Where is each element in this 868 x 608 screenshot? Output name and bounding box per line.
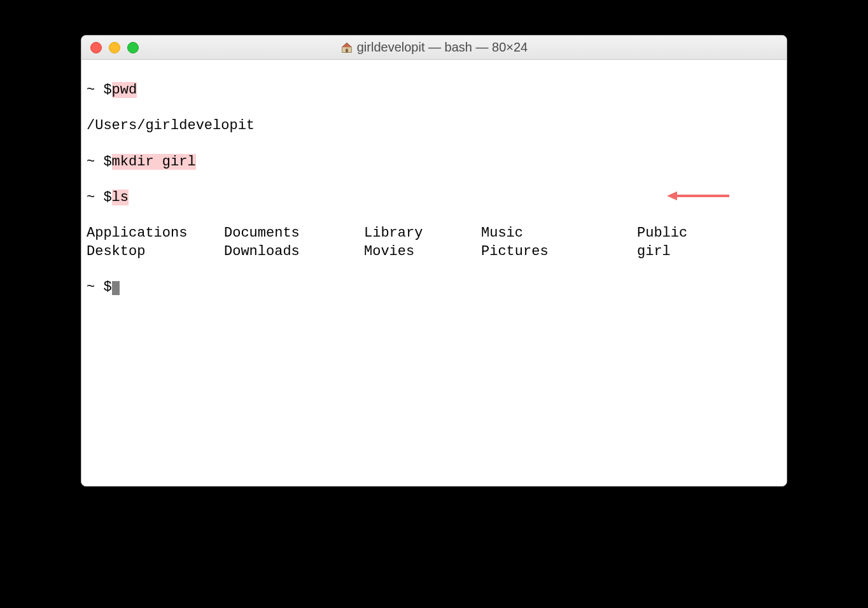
terminal-body[interactable]: ~ $pwd /Users/girldevelopit ~ $mkdir gir… [81, 60, 787, 486]
minimize-button[interactable] [109, 42, 120, 53]
close-button[interactable] [90, 42, 102, 53]
prompt: ~ $ [87, 279, 112, 295]
ls-item: Pictures [481, 243, 637, 261]
cursor [112, 281, 120, 295]
ls-item-highlighted: girl [637, 243, 781, 261]
window-title-text: girldevelopit — bash — 80×24 [357, 40, 528, 55]
prompt: ~ $ [87, 82, 112, 98]
command-ls: ls [112, 190, 129, 205]
terminal-line: ~ $ [87, 279, 781, 296]
titlebar[interactable]: girldevelopit — bash — 80×24 [81, 36, 787, 60]
ls-item: Downloads [224, 243, 364, 261]
command-mkdir: mkdir girl [112, 154, 196, 170]
ls-item: Applications [87, 225, 224, 242]
command-pwd: pwd [112, 82, 137, 98]
terminal-output: /Users/girldevelopit [87, 117, 781, 135]
ls-item: Movies [364, 243, 481, 261]
arrow-annotation-icon [667, 155, 729, 238]
terminal-line: ~ $pwd [87, 81, 781, 99]
ls-item: Documents [224, 225, 364, 242]
svg-rect-0 [346, 48, 347, 52]
prompt: ~ $ [87, 190, 112, 205]
window-title: girldevelopit — bash — 80×24 [89, 40, 779, 55]
prompt: ~ $ [87, 154, 112, 170]
window-buttons [90, 42, 139, 53]
terminal-window: girldevelopit — bash — 80×24 ~ $pwd /Use… [81, 35, 787, 487]
svg-marker-2 [667, 191, 677, 200]
home-icon [340, 41, 353, 54]
ls-item: Library [364, 225, 481, 242]
ls-item: Desktop [87, 243, 224, 261]
maximize-button[interactable] [127, 42, 139, 53]
ls-item: Music [481, 225, 637, 242]
